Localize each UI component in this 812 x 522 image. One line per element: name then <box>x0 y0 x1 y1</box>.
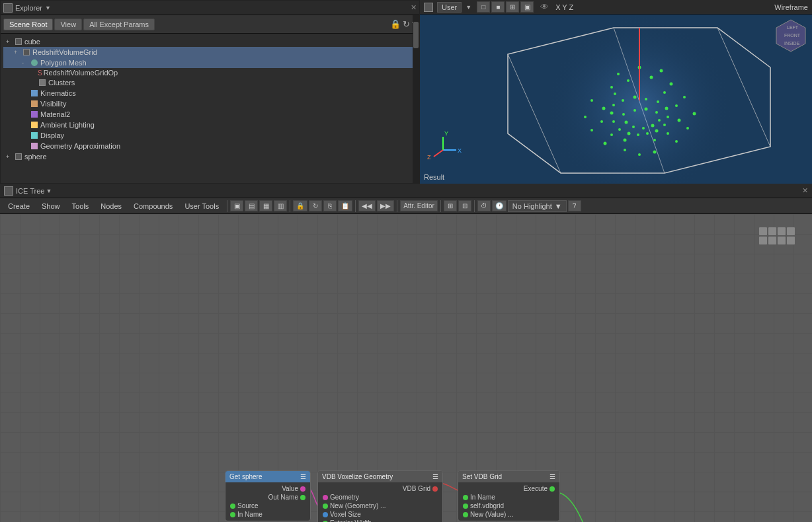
vp-tool-btn-4[interactable]: ▣ <box>520 1 534 13</box>
no-highlight-label: No Highlight <box>512 202 552 210</box>
node-get-sphere[interactable]: Get sphere ☰ Value Out Name Source <box>225 470 311 521</box>
tree-item-ambient-lighting[interactable]: Ambient Lighting <box>3 120 417 130</box>
tree-item-redshift-volume-grid[interactable]: + RedshiftVolumeGrid <box>3 47 417 57</box>
port-label: Source <box>237 502 259 509</box>
tree-item-rs-op[interactable]: S RedshiftVolumeGridOp <box>3 68 417 77</box>
port-label: Exterior Width <box>330 519 372 522</box>
attr-editor-btn[interactable]: Attr. Editor <box>400 200 438 211</box>
node-menu-icon[interactable]: ☰ <box>300 473 306 480</box>
port-row: New (Value) ... <box>458 510 559 519</box>
toolbar-btn-1[interactable]: ▣ <box>230 200 243 211</box>
svg-point-47 <box>612 104 615 106</box>
toolbar-btn-snap[interactable]: ⊞ <box>444 200 457 211</box>
node-vdb-voxelize[interactable]: VDB Voxelize Geometry ☰ VDB Grid Geometr… <box>317 470 443 522</box>
explorer-dropdown-arrow[interactable]: ▼ <box>45 5 51 11</box>
vp-tool-btn-3[interactable]: ⊞ <box>506 1 519 13</box>
toolbar-btn-clock[interactable]: 🕐 <box>492 200 507 211</box>
tree-item-sphere[interactable]: + sphere <box>3 151 417 162</box>
tree-item-polygon-mesh[interactable]: - Polygon Mesh <box>3 57 417 68</box>
port-dot-green[interactable] <box>323 503 328 509</box>
tree-item-geom-approx[interactable]: Geometry Approximation <box>3 141 417 151</box>
tab-all-except-params[interactable]: All Except Params <box>83 19 155 30</box>
refresh-icon[interactable]: ↻ <box>403 19 410 29</box>
port-row: New (Geometry) ... <box>318 502 442 510</box>
toolbar-btn-4[interactable]: ▥ <box>274 200 287 211</box>
expand-icon[interactable]: + <box>14 49 22 56</box>
node-title: Get sphere <box>229 473 262 480</box>
mini-node-1 <box>759 227 767 235</box>
menu-show[interactable]: Show <box>36 201 65 211</box>
toolbar-btn-fwd[interactable]: ▶▶ <box>377 200 394 211</box>
port-dot-green[interactable] <box>463 512 468 517</box>
tree-item-kinematics[interactable]: Kinematics <box>3 88 417 98</box>
port-dot-pink[interactable] <box>323 495 328 500</box>
port-dot-green[interactable] <box>300 495 305 500</box>
svg-point-18 <box>624 149 626 151</box>
toolbar-btn-timer[interactable]: ⏱ <box>477 200 491 211</box>
tree-item-material2[interactable]: Material2 <box>3 109 417 120</box>
menu-user-tools[interactable]: User Tools <box>179 201 224 211</box>
port-dot-green[interactable] <box>230 512 235 517</box>
svg-point-6 <box>617 73 620 75</box>
toolbar-btn-refresh[interactable]: ↻ <box>309 200 322 211</box>
shading-label: Wireframe <box>774 3 808 11</box>
tab-scene-root[interactable]: Scene Root <box>3 19 53 30</box>
node-menu-icon[interactable]: ☰ <box>432 473 438 480</box>
node-set-vdb-grid[interactable]: Set VDB Grid ☰ Execute In Name self.vdbg… <box>458 470 560 521</box>
port-label: In Name <box>237 511 263 518</box>
port-row: VDB Grid <box>318 484 442 493</box>
toolbar-btn-paste[interactable]: 📋 <box>338 200 352 211</box>
toolbar-btn-2[interactable]: ▤ <box>245 200 258 211</box>
close-icon[interactable]: ✕ <box>411 3 417 12</box>
port-dot-green[interactable] <box>230 503 235 509</box>
tree-item-clusters[interactable]: Clusters <box>3 77 417 88</box>
camera-dropdown-arrow[interactable]: ▼ <box>466 4 471 11</box>
tree-label: cube <box>24 38 40 46</box>
menu-create[interactable]: Create <box>3 201 35 211</box>
svg-point-26 <box>675 104 678 107</box>
ice-tree-dropdown-arrow[interactable]: ▼ <box>46 188 52 194</box>
tree-item-cube[interactable]: + cube <box>3 36 417 47</box>
menu-nodes[interactable]: Nodes <box>95 201 127 211</box>
nav-cube[interactable]: LEFT FRONT INSIDE <box>772 17 809 54</box>
expand-icon[interactable]: + <box>6 38 14 45</box>
port-dot-blue[interactable] <box>323 512 328 517</box>
port-label: Out Name <box>268 494 298 501</box>
tab-view[interactable]: View <box>54 19 82 30</box>
ice-canvas[interactable]: Get sphere ☰ Value Out Name Source <box>0 214 812 522</box>
port-dot-red[interactable] <box>432 486 438 492</box>
camera-selector[interactable]: User <box>437 2 462 13</box>
expand-icon[interactable]: - <box>22 59 30 66</box>
toolbar-btn-lock[interactable]: 🔒 <box>293 200 307 211</box>
tree-item-display[interactable]: Display <box>3 130 417 141</box>
port-dot-green[interactable] <box>463 503 468 509</box>
port-dot-pink[interactable] <box>300 486 305 492</box>
vp-tool-btn-1[interactable]: □ <box>477 1 490 13</box>
menu-tools[interactable]: Tools <box>67 201 95 211</box>
lock-icon[interactable]: 🔒 <box>390 19 401 29</box>
panel-icon <box>3 3 13 13</box>
port-dot-green[interactable] <box>549 486 555 492</box>
scrollbar-v[interactable] <box>413 15 419 183</box>
close-icon-ice[interactable]: ✕ <box>802 186 808 195</box>
toolbar-btn-copy[interactable]: ⎘ <box>323 200 337 211</box>
node-menu-icon[interactable]: ☰ <box>549 473 555 480</box>
svg-point-11 <box>683 96 686 98</box>
xyz-label: X Y Z <box>555 3 573 11</box>
toolbar-btn-help[interactable]: ? <box>568 200 581 211</box>
toolbar-btn-3[interactable]: ▦ <box>259 200 272 211</box>
tree-item-visibility[interactable]: Visibility <box>3 98 417 109</box>
eye-icon[interactable]: 👁 <box>540 2 549 12</box>
port-label: VDB Grid <box>403 485 430 492</box>
port-dot-green[interactable] <box>463 495 468 500</box>
vp-tool-btn-2[interactable]: ■ <box>491 1 505 13</box>
toolbar-sep-1 <box>227 200 227 212</box>
nav-cube-svg: LEFT FRONT INSIDE <box>772 17 809 54</box>
toolbar-btn-grid[interactable]: ⊟ <box>458 200 471 211</box>
toolbar-btn-back[interactable]: ◀◀ <box>358 200 376 211</box>
menu-compounds[interactable]: Compounds <box>128 201 178 211</box>
svg-point-40 <box>655 130 659 133</box>
no-highlight-dropdown[interactable]: No Highlight ▼ <box>508 200 567 212</box>
expand-icon[interactable]: + <box>6 153 14 160</box>
scrollbar-thumb[interactable] <box>413 22 419 48</box>
